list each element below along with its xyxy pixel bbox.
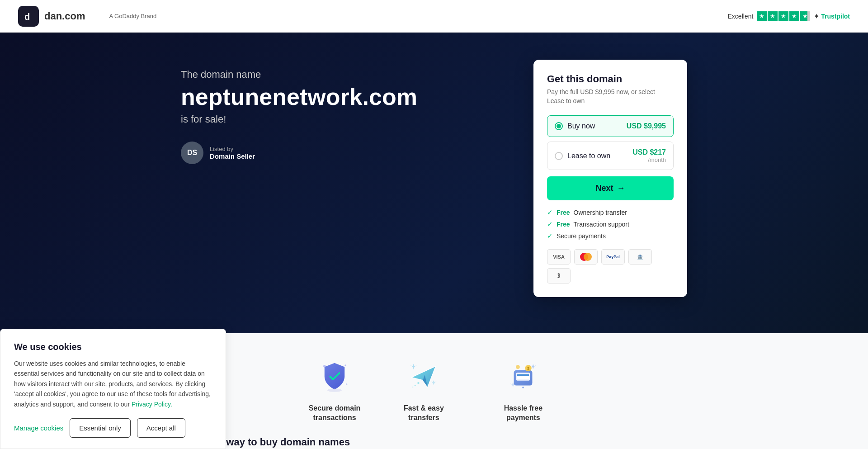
trustpilot-logo: ✦ Trustpilot (814, 13, 850, 20)
feature-transaction: ✓ Free Transaction support (547, 220, 674, 228)
card-title: Get this domain (547, 73, 674, 85)
check-icon-3: ✓ (547, 232, 553, 240)
manage-cookies-button[interactable]: Manage cookies (14, 424, 63, 432)
logo-icon: d (18, 6, 39, 27)
feature-fast-transfer: Fast & easy transfers (387, 356, 460, 423)
cookie-title: We use cookies (14, 342, 212, 352)
why-section: The easy way to buy domain names When yo… (163, 423, 705, 449)
lease-left: Lease to own (555, 152, 610, 160)
star-4: ★ (789, 11, 799, 21)
card-desc: Pay the full USD $9,995 now, or select L… (547, 88, 674, 105)
cookie-actions: Manage cookies Essential only Accept all (14, 418, 212, 438)
cookie-banner: We use cookies Our website uses cookies … (0, 329, 226, 449)
lease-label: Lease to own (567, 152, 610, 160)
svg-rect-14 (517, 374, 529, 376)
feature-secure-title: Secure domaintransactions (309, 404, 361, 423)
svg-point-8 (418, 382, 420, 384)
buy-now-price: USD $9,995 (627, 122, 666, 130)
hero-domain: neptunenetwork.com (181, 84, 533, 110)
trustpilot-label: Excellent (728, 13, 754, 20)
essential-only-button[interactable]: Essential only (70, 418, 131, 438)
visa-icon: VISA (547, 249, 571, 265)
star-2: ★ (768, 11, 778, 21)
star-1: ★ (757, 11, 767, 21)
feature-payments-title: Hassle free payments (487, 404, 559, 423)
purchase-card: Get this domain Pay the full USD $9,995 … (533, 60, 687, 297)
logo-text: dan.com (44, 10, 85, 22)
svg-text:$: $ (527, 366, 529, 371)
privacy-policy-link[interactable]: Privacy Policy. (132, 401, 172, 408)
svg-point-17 (516, 365, 520, 369)
logo-area: d dan.com A GoDaddy Brand (18, 6, 156, 27)
hero-seller: DS Listed by Domain Seller (181, 142, 533, 164)
buy-now-option[interactable]: Buy now USD $9,995 (547, 115, 674, 137)
bitcoin-icon: ₿ (547, 268, 571, 284)
plane-icon-wrap (403, 356, 444, 397)
hero-forsale: is for sale! (181, 113, 533, 125)
shield-icon-wrap (314, 356, 355, 397)
check-icon-2: ✓ (547, 220, 553, 228)
svg-point-9 (415, 385, 416, 387)
hero-left: The domain name neptunenetwork.com is fo… (181, 60, 533, 164)
star-5: ★ (800, 11, 810, 21)
star-3: ★ (778, 11, 788, 21)
hero-subtitle: The domain name (181, 69, 533, 80)
mastercard-icon (574, 249, 598, 265)
trustpilot-area: Excellent ★ ★ ★ ★ ★ ✦ Trustpilot (728, 11, 850, 21)
feature-payments: $ Hassle free payments (487, 356, 559, 423)
lease-radio[interactable] (555, 152, 563, 160)
paypal-icon: PayPal (601, 249, 625, 265)
bank-icon: 🏦 (628, 249, 652, 265)
payment-icon-wrap: $ (503, 356, 543, 397)
seller-info: Listed by Domain Seller (210, 146, 255, 160)
svg-point-3 (584, 253, 592, 261)
buy-now-left: Buy now (555, 122, 595, 130)
seller-avatar: DS (181, 142, 203, 164)
hero-inner: The domain name neptunenetwork.com is fo… (163, 60, 705, 297)
free-label-1: Free (557, 209, 570, 216)
svg-point-18 (523, 387, 524, 388)
next-arrow-icon: → (617, 184, 625, 193)
buy-now-radio[interactable] (555, 122, 563, 130)
accept-all-button[interactable]: Accept all (137, 418, 185, 438)
header: d dan.com A GoDaddy Brand Excellent ★ ★ … (0, 0, 868, 33)
lease-per-month: /month (632, 156, 666, 163)
trustpilot-stars: ★ ★ ★ ★ ★ (757, 11, 810, 21)
why-title: The easy way to buy domain names (181, 436, 687, 448)
svg-point-5 (344, 364, 346, 366)
cookie-text: Our website uses cookies and similar tec… (14, 359, 212, 409)
feature-ownership: ✓ Free Ownership transfer (547, 208, 674, 217)
feature-secure: ✓ Secure payments (547, 232, 674, 240)
buy-now-label: Buy now (567, 122, 595, 130)
svg-point-6 (346, 383, 348, 385)
seller-name: Domain Seller (210, 152, 255, 160)
listed-by-label: Listed by (210, 146, 255, 152)
payment-icons: VISA PayPal 🏦 ₿ (547, 249, 674, 284)
svg-point-10 (412, 387, 414, 388)
lease-price: USD $217 (632, 148, 666, 156)
svg-point-7 (327, 389, 342, 392)
feature-secure-transfer: Secure domaintransactions (309, 356, 361, 423)
features-list: ✓ Free Ownership transfer ✓ Free Transac… (547, 208, 674, 240)
features-inner: Secure domaintransactions (163, 356, 705, 423)
lease-price-area: USD $217 /month (632, 148, 666, 163)
free-label-2: Free (557, 221, 570, 228)
next-button[interactable]: Next → (547, 176, 674, 200)
svg-text:d: d (24, 12, 30, 22)
lease-option[interactable]: Lease to own USD $217 /month (547, 142, 674, 170)
check-icon-1: ✓ (547, 208, 553, 217)
logo-divider (97, 9, 97, 23)
hero-section: The domain name neptunenetwork.com is fo… (0, 33, 868, 333)
godaddy-brand: A GoDaddy Brand (109, 13, 156, 19)
feature-fast-title: Fast & easy transfers (387, 404, 460, 423)
